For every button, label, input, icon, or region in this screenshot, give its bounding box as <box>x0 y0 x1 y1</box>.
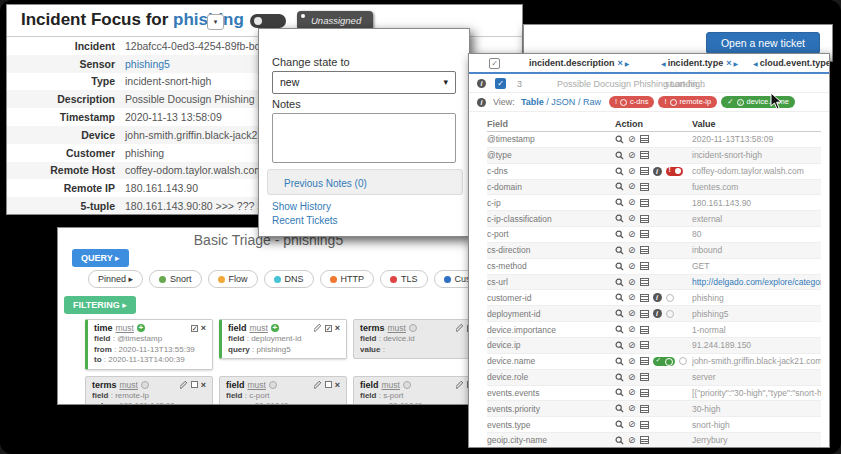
close-icon[interactable]: × <box>201 380 206 390</box>
log-type-pill[interactable]: Pinned ▸ <box>88 270 143 288</box>
chevron-right-icon[interactable]: ▶ <box>625 61 630 67</box>
search-icon[interactable] <box>615 278 624 287</box>
grid-icon[interactable] <box>640 421 649 429</box>
card-op-link[interactable]: must <box>248 380 266 390</box>
search-icon[interactable] <box>615 135 624 144</box>
show-history-link[interactable]: Show History <box>272 201 331 212</box>
select-icon[interactable] <box>191 325 198 332</box>
disabled-icon[interactable] <box>403 381 411 389</box>
exclude-icon[interactable]: ⊘ <box>628 373 636 382</box>
assignment-toggle[interactable] <box>250 14 286 28</box>
exclude-icon[interactable]: ⊘ <box>628 309 636 318</box>
grid-icon[interactable] <box>640 151 649 159</box>
search-icon[interactable] <box>615 436 624 445</box>
exclude-icon[interactable]: ⊘ <box>628 262 636 271</box>
exclude-icon[interactable]: ⊘ <box>628 278 636 287</box>
notes-textarea[interactable] <box>272 113 456 163</box>
grid-icon[interactable] <box>640 405 649 413</box>
open-new-ticket-button[interactable]: Open a new ticket <box>706 32 820 54</box>
card-op-link[interactable]: must <box>250 323 268 333</box>
query-card[interactable]: termsmustfield : device.idvalue : <box>353 319 480 359</box>
grid-icon[interactable] <box>640 278 649 286</box>
grid-icon[interactable] <box>640 199 649 207</box>
card-op-link[interactable]: must <box>120 380 138 390</box>
event-column-header[interactable]: ◀incident.type×▶ <box>659 58 740 68</box>
exclude-icon[interactable]: ⊘ <box>628 182 636 191</box>
exclude-icon[interactable]: ⊘ <box>628 404 636 413</box>
exclude-toggle-icon[interactable] <box>666 167 683 176</box>
chevron-left-icon[interactable]: ◀ <box>753 61 758 67</box>
exclude-icon[interactable]: ⊘ <box>628 167 636 176</box>
search-icon[interactable] <box>615 262 624 271</box>
exclude-icon[interactable]: ⊘ <box>628 246 636 255</box>
toggle-off-icon[interactable] <box>666 310 674 318</box>
field-filter-pill[interactable]: !c-dns <box>609 96 654 108</box>
exclude-icon[interactable]: ⊘ <box>628 151 636 160</box>
event-column-header[interactable]: incident.description×▶ <box>529 58 631 68</box>
exclude-icon[interactable]: ⊘ <box>628 436 636 445</box>
exclude-icon[interactable]: ⊘ <box>628 198 636 207</box>
exclude-icon[interactable]: ⊘ <box>628 388 636 397</box>
search-icon[interactable] <box>615 388 624 397</box>
grid-icon[interactable] <box>640 310 649 318</box>
exclude-icon[interactable]: ⊘ <box>628 135 636 144</box>
previous-notes-link[interactable]: Previous Notes (0) <box>284 178 367 189</box>
event-result-row[interactable]: i ✓ 3 Possible Docusign Phishing Landin.… <box>469 74 829 93</box>
search-icon[interactable] <box>615 357 624 366</box>
edit-icon[interactable] <box>456 324 464 332</box>
field-value[interactable]: http://delgado.com/explore/category/sear… <box>692 277 821 287</box>
box-icon[interactable] <box>325 381 332 388</box>
grid-icon[interactable] <box>640 373 649 381</box>
state-select[interactable]: new ▾ <box>272 71 456 94</box>
log-type-pill[interactable]: Flow <box>208 270 258 288</box>
box-icon[interactable] <box>191 381 198 388</box>
search-icon[interactable] <box>615 198 624 207</box>
search-icon[interactable] <box>615 182 624 191</box>
search-icon[interactable] <box>615 151 624 160</box>
chevron-right-icon[interactable]: ▶ <box>733 61 738 67</box>
disabled-icon[interactable] <box>269 381 277 389</box>
event-column-header[interactable]: ◀cloud.event.type× <box>751 58 830 68</box>
close-icon[interactable]: × <box>201 323 206 333</box>
enabled-icon[interactable] <box>271 324 279 332</box>
view-mode-link[interactable]: Table <box>521 97 544 107</box>
disabled-icon[interactable] <box>409 324 417 332</box>
disabled-icon[interactable] <box>141 381 149 389</box>
info-icon[interactable]: i <box>653 167 662 176</box>
toggle-off-icon[interactable] <box>679 357 687 365</box>
log-type-pill[interactable]: HTTP <box>320 270 375 288</box>
info-icon[interactable]: i <box>653 293 662 302</box>
exclude-icon[interactable]: ⊘ <box>628 325 636 334</box>
toggle-off-icon[interactable] <box>666 294 674 302</box>
grid-icon[interactable] <box>640 341 649 349</box>
query-card[interactable]: termsmust×field : remote-ipvalue : 180.1… <box>85 376 213 406</box>
search-icon[interactable] <box>615 404 624 413</box>
search-icon[interactable] <box>615 246 624 255</box>
card-op-link[interactable]: must <box>382 380 400 390</box>
log-type-pill[interactable]: TLS <box>380 270 428 288</box>
edit-icon[interactable] <box>456 381 464 389</box>
recent-tickets-link[interactable]: Recent Tickets <box>272 215 338 226</box>
view-mode-link[interactable]: Raw <box>583 97 601 107</box>
exclude-icon[interactable]: ⊘ <box>628 214 636 223</box>
close-icon[interactable]: × <box>335 380 340 390</box>
query-card[interactable]: fieldmust×field : c-portquery : 80-61049 <box>219 376 347 406</box>
edit-icon[interactable] <box>314 324 322 332</box>
search-icon[interactable] <box>615 341 624 350</box>
edit-icon[interactable] <box>180 381 188 389</box>
search-icon[interactable] <box>615 230 624 239</box>
incident-row-value[interactable]: phishing5 <box>125 58 170 70</box>
info-icon[interactable]: i <box>653 309 662 318</box>
close-icon[interactable]: × <box>726 58 731 68</box>
info-icon[interactable]: i <box>477 98 486 107</box>
exclude-icon[interactable]: ⊘ <box>628 420 636 429</box>
search-icon[interactable] <box>615 325 624 334</box>
grid-icon[interactable] <box>640 215 649 223</box>
include-toggle-icon[interactable] <box>653 357 675 366</box>
grid-icon[interactable] <box>640 230 649 238</box>
edit-icon[interactable] <box>314 381 322 389</box>
grid-icon[interactable] <box>640 246 649 254</box>
title-dropdown-button[interactable]: ▾ <box>207 14 224 30</box>
search-icon[interactable] <box>615 420 624 429</box>
search-icon[interactable] <box>615 167 624 176</box>
